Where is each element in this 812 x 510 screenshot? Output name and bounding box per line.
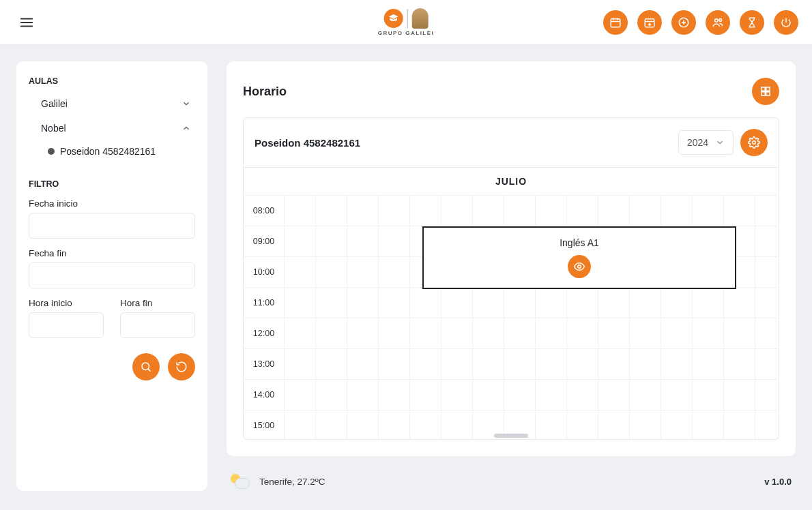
tree-item-room[interactable]: Poseidon 4582482161 — [29, 140, 195, 162]
users-button[interactable] — [706, 10, 730, 35]
tree-label: Poseidon 4582482161 — [60, 146, 156, 157]
tree-item-nobel[interactable]: Nobel — [29, 116, 195, 140]
time-slot: 11:00 — [244, 288, 284, 318]
tree-item-galilei[interactable]: Galilei — [29, 91, 195, 116]
filtro-title: FILTRO — [29, 179, 195, 189]
room-name: Poseidon 4582482161 — [255, 137, 360, 149]
view-event-button[interactable] — [568, 255, 591, 278]
year-select[interactable]: 2024 — [678, 130, 734, 155]
divider — [26, 172, 198, 172]
status-dot-icon — [48, 148, 55, 155]
time-slot: 15:00 — [244, 410, 284, 440]
chevron-down-icon — [182, 99, 191, 108]
chevron-down-icon — [715, 138, 725, 147]
scrollbar-thumb[interactable] — [494, 434, 528, 438]
svg-rect-21 — [766, 92, 770, 95]
reset-button[interactable] — [168, 353, 195, 380]
tree-label: Galilei — [41, 98, 68, 109]
svg-point-15 — [719, 18, 722, 21]
search-button[interactable] — [132, 353, 160, 380]
main: Horario Poseidon 4582482161 2024 J — [227, 61, 796, 489]
time-slot: 09:00 — [244, 226, 284, 257]
hourglass-button[interactable] — [740, 10, 764, 35]
power-button[interactable] — [774, 10, 798, 35]
svg-rect-3 — [611, 18, 620, 27]
aulas-title: AULAS — [29, 76, 195, 86]
hora-inicio-label: Hora inicio — [29, 298, 104, 308]
event-title: Inglés A1 — [560, 237, 599, 248]
fecha-inicio-input[interactable] — [29, 213, 195, 239]
bust-icon — [412, 8, 429, 29]
time-slot: 14:00 — [244, 380, 284, 410]
month-header: JULIO — [243, 168, 779, 196]
top-actions — [603, 10, 798, 35]
calendar-add-button[interactable] — [637, 10, 662, 35]
weather-widget: Tenerife, 27.2ºC — [231, 474, 325, 489]
weather-text: Tenerife, 27.2ºC — [259, 477, 325, 487]
hora-fin-input[interactable] — [120, 312, 195, 338]
fecha-inicio-label: Fecha inicio — [29, 198, 195, 209]
svg-point-22 — [753, 141, 756, 145]
page-title: Horario — [243, 85, 287, 99]
svg-point-16 — [142, 363, 149, 370]
year-value: 2024 — [687, 137, 708, 148]
calendar-button[interactable] — [603, 10, 628, 35]
svg-rect-20 — [762, 92, 765, 95]
fecha-fin-label: Fecha fin — [29, 248, 195, 258]
brand-text: GRUPO GALILEI — [378, 30, 435, 36]
hora-inicio-input[interactable] — [29, 312, 104, 338]
tree-label: Nobel — [41, 123, 66, 134]
weather-icon — [231, 474, 250, 489]
menu-button[interactable] — [14, 10, 40, 35]
topbar: GRUPO GALILEI — [0, 0, 812, 45]
time-column: 08:0009:0010:0011:0012:0013:0014:0015:00 — [244, 196, 285, 439]
version-label: v 1.0.0 — [764, 477, 792, 487]
svg-point-23 — [578, 265, 581, 269]
svg-rect-19 — [766, 87, 770, 91]
time-slot: 08:00 — [244, 196, 284, 226]
time-slot: 10:00 — [244, 257, 284, 288]
settings-button[interactable] — [740, 129, 768, 156]
schedule-event[interactable]: Inglés A1 — [422, 226, 736, 289]
svg-line-17 — [148, 369, 151, 372]
graduation-cap-icon — [384, 9, 403, 28]
hora-fin-label: Hora fin — [120, 298, 195, 308]
schedule-card: Horario Poseidon 4582482161 2024 J — [227, 61, 796, 456]
time-slot: 13:00 — [244, 349, 284, 380]
svg-point-14 — [715, 18, 719, 22]
time-slot: 12:00 — [244, 318, 284, 349]
add-button[interactable] — [671, 10, 696, 35]
svg-rect-18 — [762, 87, 765, 91]
chevron-up-icon — [182, 123, 191, 133]
schedule-grid[interactable]: 08:0009:0010:0011:0012:0013:0014:0015:00… — [243, 196, 779, 440]
grid-view-button[interactable] — [752, 78, 779, 105]
brand-logo: GRUPO GALILEI — [378, 8, 435, 36]
fecha-fin-input[interactable] — [29, 262, 195, 288]
sidebar: AULAS Galilei Nobel Poseidon 4582482161 … — [16, 61, 207, 491]
schedule-toolbar: Poseidon 4582482161 2024 — [243, 117, 779, 168]
footer: Tenerife, 27.2ºC v 1.0.0 — [227, 468, 796, 489]
